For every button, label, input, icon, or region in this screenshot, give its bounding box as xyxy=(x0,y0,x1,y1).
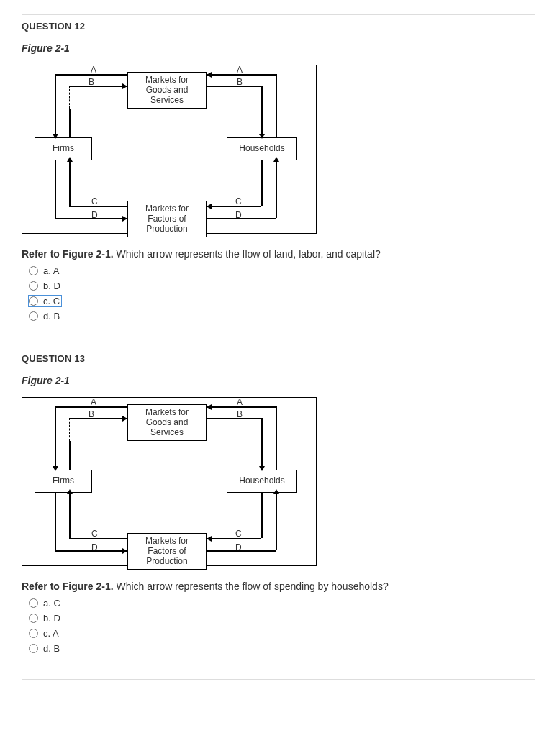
label-d-left: D xyxy=(91,542,98,552)
prompt-bold: Refer to Figure 2-1. xyxy=(22,580,114,592)
option-label: b. D xyxy=(43,281,60,291)
box-market-factors: Markets forFactors ofProduction xyxy=(127,533,207,570)
radio-d[interactable] xyxy=(29,644,38,653)
label-d-right: D xyxy=(235,542,242,552)
radio-a[interactable] xyxy=(29,598,38,608)
box-market-factors: Markets forFactors ofProduction xyxy=(127,201,207,237)
option-label: d. B xyxy=(43,643,60,654)
radio-b[interactable] xyxy=(29,281,38,291)
box-market-goods: Markets forGoods andServices xyxy=(127,404,207,441)
label-b-right: B xyxy=(237,77,243,87)
option-label: d. B xyxy=(43,311,60,322)
label-b-left: B xyxy=(89,409,94,419)
prompt-rest: Which arrow represents the flow of spend… xyxy=(114,580,389,592)
prompt-rest: Which arrow represents the flow of land,… xyxy=(114,248,381,260)
radio-a[interactable] xyxy=(29,266,38,275)
question-header: QUESTION 12 xyxy=(22,21,535,32)
options-list: a. A b. D c. C d. B xyxy=(29,265,535,322)
option-d[interactable]: d. B xyxy=(29,643,535,654)
label-b-right: B xyxy=(237,409,243,419)
radio-c[interactable] xyxy=(29,296,38,306)
option-label: b. D xyxy=(43,613,60,624)
radio-d[interactable] xyxy=(29,311,38,321)
figure-title: Figure 2-1 xyxy=(22,375,535,386)
option-a[interactable]: a. C xyxy=(29,598,535,609)
option-label: a. C xyxy=(43,598,60,609)
box-market-goods: Markets forGoods andServices xyxy=(127,72,207,109)
prompt-bold: Refer to Figure 2-1. xyxy=(22,248,114,260)
options-list: a. C b. D c. A d. B xyxy=(29,598,535,654)
option-label: c. C xyxy=(43,296,60,306)
option-b[interactable]: b. D xyxy=(29,281,535,291)
label-d-left: D xyxy=(91,210,98,220)
label-b-left: B xyxy=(89,77,94,87)
box-firms: Firms xyxy=(35,137,92,160)
label-c-left: C xyxy=(91,529,98,539)
radio-b[interactable] xyxy=(29,614,38,623)
label-a-left: A xyxy=(91,65,96,75)
circular-flow-diagram: Markets forGoods andServices Firms House… xyxy=(22,397,317,566)
label-a-right: A xyxy=(237,65,243,75)
circular-flow-diagram: Markets forGoods andServices Firms House… xyxy=(22,65,317,234)
question-prompt: Refer to Figure 2-1. Which arrow represe… xyxy=(22,580,535,592)
box-households: Households xyxy=(227,137,297,160)
question-prompt: Refer to Figure 2-1. Which arrow represe… xyxy=(22,248,535,260)
label-c-left: C xyxy=(91,196,98,206)
option-c[interactable]: c. A xyxy=(29,628,535,639)
box-firms: Firms xyxy=(35,470,92,493)
question-header: QUESTION 13 xyxy=(22,353,535,364)
label-c-right: C xyxy=(235,196,242,206)
figure-title: Figure 2-1 xyxy=(22,42,535,54)
question-12: QUESTION 12 Figure 2-1 Markets forGoods … xyxy=(22,14,535,322)
option-label: a. A xyxy=(43,265,59,276)
label-c-right: C xyxy=(235,529,242,539)
option-d[interactable]: d. B xyxy=(29,311,535,322)
option-c[interactable]: c. C xyxy=(29,296,61,306)
box-households: Households xyxy=(227,470,297,493)
divider xyxy=(22,347,535,347)
question-13: QUESTION 13 Figure 2-1 Markets forGoods … xyxy=(22,353,535,654)
divider xyxy=(22,679,535,680)
option-a[interactable]: a. A xyxy=(29,265,535,276)
label-d-right: D xyxy=(235,210,242,220)
option-label: c. A xyxy=(43,628,59,639)
label-a-right: A xyxy=(237,397,243,407)
radio-c[interactable] xyxy=(29,629,38,638)
label-a-left: A xyxy=(91,397,96,407)
option-b[interactable]: b. D xyxy=(29,613,535,624)
